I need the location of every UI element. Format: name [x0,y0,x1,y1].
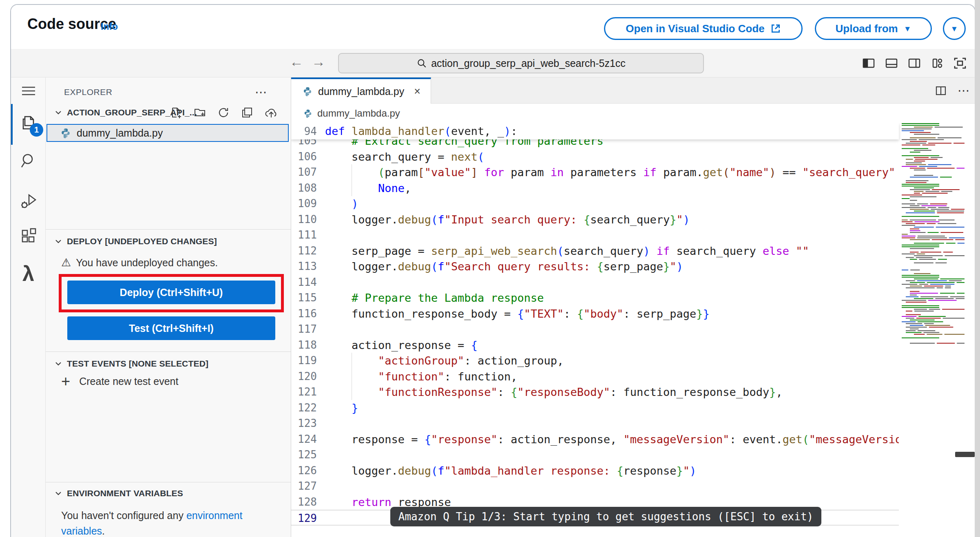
more-actions-button[interactable]: ▼ [943,17,966,40]
ellipsis-icon[interactable]: ⋯ [255,90,267,94]
code-viewport[interactable]: 105 # Extract search_query from paramete… [291,123,975,537]
new-file-icon[interactable] [170,106,182,119]
toggle-left-panel-icon[interactable] [861,56,876,71]
breadcrumb[interactable]: dummy_lambda.py [291,104,975,123]
line-number: 124 [291,431,317,447]
forward-arrow-icon[interactable]: → [312,55,325,69]
code-line[interactable]: 111 [291,227,899,243]
create-test-event[interactable]: + Create new test event [61,373,178,389]
code-line[interactable]: 112 serp_page = serp_api_web_search(sear… [291,243,899,259]
toggle-bottom-panel-icon[interactable] [884,56,899,71]
file-item-dummy-lambda[interactable]: dummy_lambda.py [46,124,289,142]
folder-section-header[interactable]: ACTION_GROUP_SERP_API_... [46,104,291,121]
create-test-event-label: Create new test event [79,376,178,387]
code-text: action_response = { [325,337,899,353]
upload-from-button[interactable]: Upload from ▼ [815,17,932,40]
code-line[interactable]: 116 function_response_body = {"TEXT": {"… [291,306,899,322]
open-in-vscode-button[interactable]: Open in Visual Studio Code [604,17,803,40]
code-text [325,415,899,431]
sticky-scroll-line[interactable]: 94def lambda_handler(event, _): [291,123,899,139]
deploy-section-header[interactable]: DEPLOY [UNDEPLOYED CHANGES] [46,233,291,250]
chevron-down-icon [54,359,63,368]
line-number: 122 [291,400,317,416]
code-line[interactable]: 127 [291,478,899,494]
info-link[interactable]: Info [101,21,118,32]
activity-bar: 1 λ [11,77,46,537]
new-folder-icon[interactable] [194,106,206,119]
aws-lambda-icon[interactable]: λ [11,263,46,284]
customize-layout-icon[interactable] [930,56,945,71]
line-number: 106 [291,149,317,165]
line-number: 127 [291,478,317,494]
tree-actions [170,106,278,119]
editor-scrollbar-thumb[interactable] [955,452,975,457]
caret-down-icon: ▼ [951,25,958,33]
python-icon [303,109,312,118]
code-line[interactable]: 126 logger.debug(f"lambda_handler respon… [291,463,899,479]
code-text: logger.debug(f"Search query results: {se… [325,259,899,274]
tab-dummy-lambda[interactable]: dummy_lambda.py × [291,77,431,104]
env-variables-link[interactable]: variables [61,525,102,537]
editor-toolbar: ← → action_group_serp_api_web_search-5z1… [11,49,975,77]
file-name: dummy_lambda.py [77,127,163,139]
env-section-header[interactable]: ENVIRONMENT VARIABLES [46,485,291,502]
open-in-vscode-label: Open in Visual Studio Code [626,22,764,35]
code-line[interactable]: 124 response = {"response": action_respo… [291,431,899,447]
test-button[interactable]: Test (Ctrl+Shift+I) [67,316,275,340]
breadcrumb-label: dummy_lambda.py [317,108,400,119]
code-line[interactable]: 123 [291,415,899,431]
magnifier-icon [416,58,427,69]
code-line[interactable]: 121 "functionResponse": {"responseBody":… [291,384,899,400]
run-debug-icon[interactable] [11,192,46,210]
page-scrollbar[interactable] [975,0,980,537]
code-line[interactable]: 122 } [291,400,899,416]
code-line[interactable]: 106 search_query = next( [291,149,899,165]
code-line[interactable]: 118 action_response = { [291,337,899,353]
code-line[interactable]: 119 "actionGroup": action_group, [291,353,899,369]
divider [46,229,291,230]
env-variables-link[interactable]: environment [186,510,243,521]
line-number: 109 [291,196,317,212]
code-line[interactable]: 94def lambda_handler(event, _): [291,123,899,139]
line-number: 121 [291,384,317,400]
code-line[interactable]: 115 # Prepare the Lambda response [291,290,899,306]
code-line[interactable]: 114 [291,274,899,290]
code-line[interactable]: 125 [291,447,899,463]
caret-down-icon: ▼ [904,25,911,33]
code-text: logger.debug(f"lambda_handler response: … [325,463,899,479]
split-editor-icon[interactable] [935,84,947,97]
line-number: 110 [291,212,317,228]
code-line[interactable]: 120 "function": function, [291,369,899,385]
code-line[interactable]: 117 [291,321,899,337]
code-line[interactable]: 113 logger.debug(f"Search query results:… [291,259,899,274]
env-text-suffix: . [102,525,105,537]
back-arrow-icon[interactable]: ← [290,55,303,69]
deploy-button[interactable]: Deploy (Ctrl+Shift+U) [67,281,275,304]
code-line[interactable]: 110 logger.debug(f"Input search query: {… [291,212,899,228]
code-editor-area: dummy_lambda.py × ⋯ dummy_lambda.py [291,77,975,537]
search-input[interactable]: action_group_serp_api_web_search-5z1cc [338,53,704,73]
ellipsis-icon[interactable]: ⋯ [958,88,970,93]
minimap[interactable] [900,123,965,345]
code-line[interactable]: 107 (param["value"] for param in paramet… [291,164,899,180]
line-number: 118 [291,337,317,353]
close-icon[interactable]: × [414,85,420,98]
chevron-down-icon [54,237,63,246]
upload-file-icon[interactable] [265,106,278,119]
code-text: def lambda_handler(event, _): [325,123,899,139]
tab-label: dummy_lambda.py [318,86,404,97]
extensions-icon[interactable] [11,226,46,245]
code-line[interactable]: 108 None, [291,180,899,196]
collapse-all-icon[interactable] [241,106,253,119]
refresh-icon[interactable] [217,106,230,119]
code-text: "actionGroup": action_group, [325,353,899,369]
fullscreen-icon[interactable] [953,56,967,71]
test-events-section-header[interactable]: TEST EVENTS [NONE SELECTED] [46,356,291,372]
search-sidebar-icon[interactable] [11,152,46,170]
divider [46,482,291,482]
line-number: 128 [291,494,317,510]
code-line[interactable]: 109 ) [291,196,899,212]
hamburger-menu-icon[interactable] [11,85,46,97]
code-text: search_query = next( [325,149,899,165]
toggle-right-panel-icon[interactable] [907,56,922,71]
